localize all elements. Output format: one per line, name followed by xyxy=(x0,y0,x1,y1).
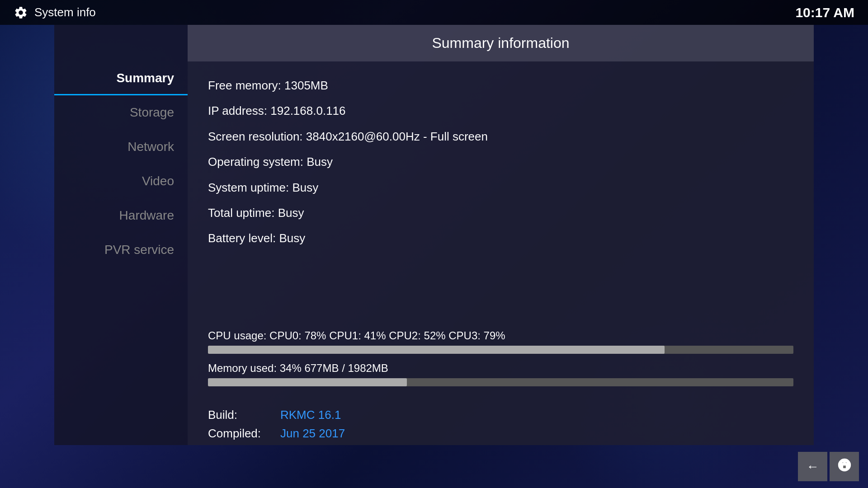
app-title: System info xyxy=(34,5,96,19)
gear-icon xyxy=(14,5,28,20)
sidebar-item-video[interactable]: Video xyxy=(54,164,188,198)
compiled-value: Jun 25 2017 xyxy=(280,427,345,441)
memory-progress-fill xyxy=(208,378,407,386)
content-header: Summary information xyxy=(188,25,814,61)
sidebar-item-summary[interactable]: Summary xyxy=(54,61,188,95)
clock: 10:17 AM xyxy=(795,5,854,20)
info-total-uptime: Total uptime: Busy xyxy=(208,205,793,221)
cpu-progress-bar xyxy=(208,346,793,354)
sidebar-item-network[interactable]: Network xyxy=(54,130,188,164)
cpu-usage-label: CPU usage: CPU0: 78% CPU1: 41% CPU2: 52%… xyxy=(208,329,793,342)
content-header-title: Summary information xyxy=(432,35,569,51)
memory-used-label: Memory used: 34% 677MB / 1982MB xyxy=(208,362,793,375)
info-ip-address: IP address: 192.168.0.116 xyxy=(208,103,793,119)
info-free-memory: Free memory: 1305MB xyxy=(208,77,793,94)
home-icon xyxy=(837,457,852,476)
home-button[interactable] xyxy=(830,452,859,481)
main-container: Summary Storage Network Video Hardware P… xyxy=(54,25,814,445)
info-screen-resolution: Screen resolution: 3840x2160@60.00Hz - F… xyxy=(208,128,793,145)
topbar-left: System info xyxy=(14,5,96,20)
info-system-uptime: System uptime: Busy xyxy=(208,179,793,196)
topbar: System info 10:17 AM xyxy=(0,0,868,25)
compiled-label: Compiled: xyxy=(208,427,280,441)
content-area: Summary information Free memory: 1305MB … xyxy=(188,25,814,445)
sidebar-item-hardware[interactable]: Hardware xyxy=(54,198,188,233)
compiled-row: Compiled: Jun 25 2017 xyxy=(208,427,793,441)
sidebar: Summary Storage Network Video Hardware P… xyxy=(54,25,188,445)
build-section: Build: RKMC 16.1 Compiled: Jun 25 2017 xyxy=(188,404,814,445)
stats-section: CPU usage: CPU0: 78% CPU1: 41% CPU2: 52%… xyxy=(188,325,814,404)
memory-progress-bar xyxy=(208,378,793,386)
info-battery-level: Battery level: Busy xyxy=(208,230,793,246)
build-label: Build: xyxy=(208,408,280,422)
back-icon: ← xyxy=(807,460,819,474)
build-value: RKMC 16.1 xyxy=(280,408,341,422)
bottom-nav: ← xyxy=(789,445,868,488)
content-body: Free memory: 1305MB IP address: 192.168.… xyxy=(188,61,814,325)
cpu-progress-fill xyxy=(208,346,665,354)
back-button[interactable]: ← xyxy=(798,452,827,481)
sidebar-item-pvr[interactable]: PVR service xyxy=(54,233,188,267)
build-row: Build: RKMC 16.1 xyxy=(208,408,793,422)
info-operating-system: Operating system: Busy xyxy=(208,154,793,170)
sidebar-item-storage[interactable]: Storage xyxy=(54,95,188,130)
